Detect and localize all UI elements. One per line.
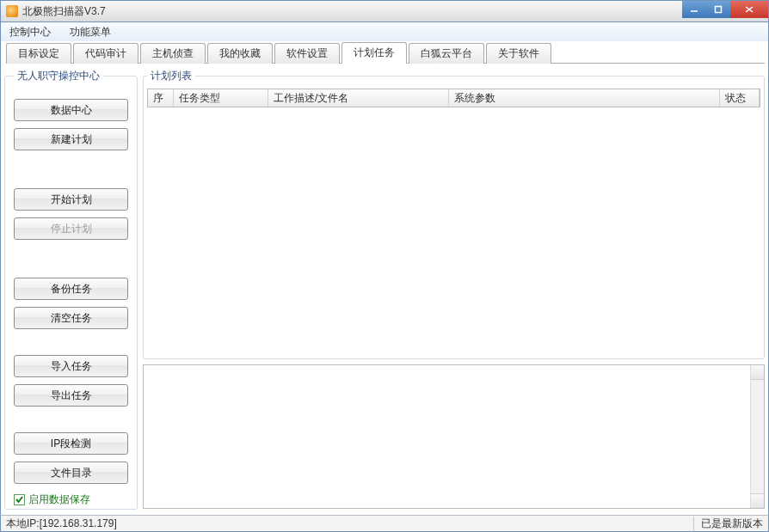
title-bar: 北极熊扫描器V3.7	[0, 0, 769, 22]
backup-task-button[interactable]: 备份任务	[14, 278, 128, 300]
col-status[interactable]: 状态	[720, 89, 760, 107]
tab-strip: 目标设定 代码审计 主机侦查 我的收藏 软件设置 计划任务 白狐云平台 关于软件	[6, 45, 765, 64]
task-grid[interactable]: 序 任务类型 工作描述/文件名 系统参数 状态	[147, 89, 760, 107]
import-task-button[interactable]: 导入任务	[14, 355, 128, 377]
window-title: 北极熊扫描器V3.7	[22, 4, 106, 19]
start-plan-button[interactable]: 开始计划	[14, 188, 128, 211]
maximize-button[interactable]	[706, 1, 730, 18]
enable-save-checkbox[interactable]: 启用数据保存	[14, 492, 128, 507]
tab-favorites[interactable]: 我的收藏	[207, 43, 273, 64]
menu-bar: 控制中心 功能菜单	[0, 22, 769, 41]
stop-plan-button[interactable]: 停止计划	[14, 217, 128, 240]
tab-settings[interactable]: 软件设置	[274, 43, 340, 64]
sidebar-panel: 无人职守操控中心 数据中心 新建计划 开始计划 停止计划 备份任务 清空任务 导…	[4, 69, 138, 510]
tab-code-audit[interactable]: 代码审计	[73, 43, 138, 64]
plan-list-legend: 计划列表	[147, 69, 195, 83]
tab-content: 无人职守操控中心 数据中心 新建计划 开始计划 停止计划 备份任务 清空任务 导…	[4, 64, 765, 510]
enable-save-label: 启用数据保存	[28, 492, 90, 507]
col-params[interactable]: 系统参数	[449, 89, 720, 107]
status-version: 已是最新版本	[693, 517, 763, 531]
log-textarea[interactable]	[143, 364, 765, 509]
col-desc[interactable]: 工作描述/文件名	[268, 89, 449, 107]
close-button[interactable]	[730, 1, 768, 18]
check-icon	[14, 494, 25, 505]
col-seq[interactable]: 序	[148, 89, 174, 107]
status-local-ip: 本地IP:[192.168.31.179]	[6, 517, 117, 531]
scrollbar[interactable]	[750, 365, 764, 508]
export-task-button[interactable]: 导出任务	[14, 384, 128, 407]
file-dir-button[interactable]: 文件目录	[14, 462, 128, 484]
grid-header: 序 任务类型 工作描述/文件名 系统参数 状态	[148, 89, 760, 107]
col-type[interactable]: 任务类型	[174, 89, 268, 107]
sidebar-legend: 无人职守操控中心	[14, 69, 103, 83]
ip-range-button[interactable]: IP段检测	[14, 432, 128, 455]
plan-list-panel: 计划列表 序 任务类型 工作描述/文件名 系统参数 状态	[143, 69, 765, 359]
status-bar: 本地IP:[192.168.31.179] 已是最新版本	[0, 515, 769, 532]
data-center-button[interactable]: 数据中心	[14, 99, 128, 121]
tab-host-recon[interactable]: 主机侦查	[140, 43, 206, 64]
menu-functions[interactable]: 功能菜单	[65, 23, 116, 41]
clear-task-button[interactable]: 清空任务	[14, 307, 128, 329]
tab-target[interactable]: 目标设定	[6, 43, 71, 64]
tab-cloud[interactable]: 白狐云平台	[409, 43, 484, 64]
minimize-button[interactable]	[682, 1, 706, 18]
menu-control-center[interactable]: 控制中心	[4, 23, 56, 41]
tab-plan-tasks[interactable]: 计划任务	[341, 42, 407, 64]
new-plan-button[interactable]: 新建计划	[14, 128, 128, 150]
tab-about[interactable]: 关于软件	[486, 43, 551, 64]
window-controls	[682, 1, 768, 18]
app-icon	[6, 5, 18, 17]
client-area: 目标设定 代码审计 主机侦查 我的收藏 软件设置 计划任务 白狐云平台 关于软件…	[0, 41, 769, 515]
svg-rect-1	[716, 7, 722, 13]
right-pane: 计划列表 序 任务类型 工作描述/文件名 系统参数 状态	[143, 69, 765, 510]
